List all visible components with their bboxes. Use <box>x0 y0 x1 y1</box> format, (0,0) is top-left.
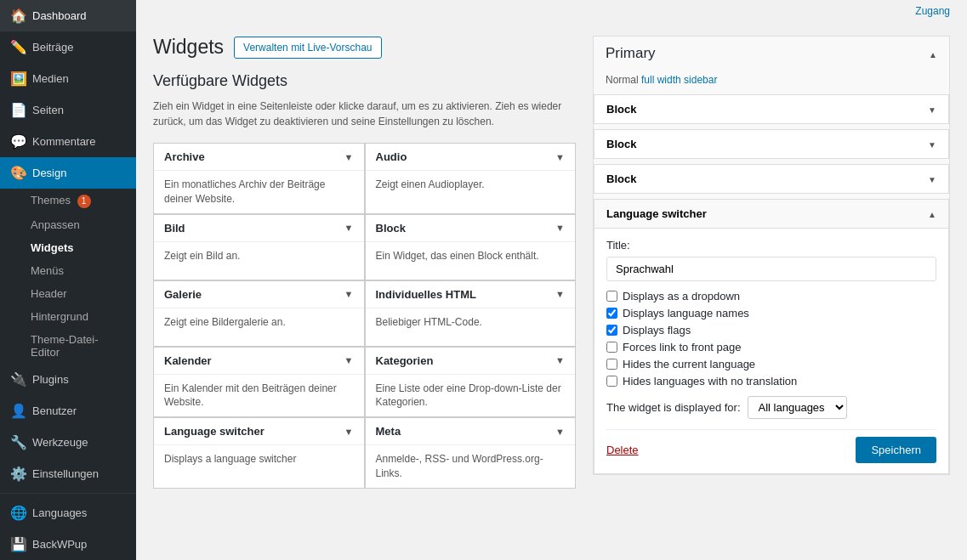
title-input-field[interactable] <box>606 257 936 281</box>
primary-sidebar-box: Primary Normal full width sidebar Block … <box>593 36 950 475</box>
widget-bild-desc: Zeigt ein Bild an. <box>154 242 364 280</box>
widget-galerie-desc: Zeigt eine Bildergalerie an. <box>154 308 364 346</box>
widget-meta-title: Meta <box>376 425 401 438</box>
title-field-label: Title: <box>606 239 936 252</box>
lang-switcher-widget-title: Language switcher <box>606 207 707 220</box>
checkbox-dropdown[interactable] <box>606 291 617 302</box>
checkbox-row-dropdown[interactable]: Displays as a dropdown <box>606 290 936 303</box>
left-panel: Widgets Verwalten mit Live-Vorschau Verf… <box>153 36 576 546</box>
widget-kalender-header[interactable]: Kalender ▼ <box>154 348 364 375</box>
lang-switcher-collapse-icon <box>928 207 936 220</box>
topbar: Zugang <box>136 0 967 22</box>
widget-bild[interactable]: Bild ▼ Zeigt ein Bild an. <box>153 214 365 280</box>
widget-block-desc: Ein Widget, das einen Block enthält. <box>366 242 576 280</box>
einstellungen-icon: ⚙️ <box>10 466 26 482</box>
lang-switcher-widget-box: Language switcher Title: Displays as a d… <box>594 199 949 474</box>
checkbox-row-hide-no-translation[interactable]: Hides languages with no translation <box>606 375 936 387</box>
main-content: Zugang Widgets Verwalten mit Live-Vorsch… <box>136 0 967 560</box>
primary-sidebar-header[interactable]: Primary <box>594 37 949 71</box>
beitraege-icon: ✏️ <box>10 39 26 55</box>
full-width-sidebar-link[interactable]: full width sidebar <box>641 74 717 86</box>
sidebar-subitem-themes[interactable]: Themes 1 <box>0 189 136 213</box>
block-row-1[interactable]: Block <box>594 94 949 124</box>
widget-kategorien-chevron: ▼ <box>555 355 565 365</box>
widget-kategorien-title: Kategorien <box>376 354 434 367</box>
sidebar: 🏠 Dashboard ✏️ Beiträge 🖼️ Medien 📄 Seit… <box>0 0 136 560</box>
checkbox-hide-no-translation[interactable] <box>606 376 617 387</box>
checkbox-hide-current[interactable] <box>606 359 617 370</box>
primary-sidebar-subtitle: Normal full width sidebar <box>594 71 949 94</box>
display-for-select[interactable]: All languages English Deutsch <box>748 396 847 419</box>
seiten-icon: 📄 <box>10 102 26 118</box>
widget-block-title: Block <box>376 222 406 235</box>
widget-kalender-chevron: ▼ <box>344 355 354 365</box>
widget-meta-header[interactable]: Meta ▼ <box>366 418 576 445</box>
delete-link[interactable]: Delete <box>606 444 639 456</box>
widget-galerie-title: Galerie <box>164 288 202 301</box>
sidebar-item-seiten[interactable]: 📄 Seiten <box>0 94 136 126</box>
lang-switcher-widget-body: Title: Displays as a dropdown Displays l… <box>594 229 948 473</box>
sidebar-subitem-menues[interactable]: Menüs <box>0 259 136 282</box>
widget-kategorien[interactable]: Kategorien ▼ Eine Liste oder eine Drop-d… <box>365 347 577 418</box>
manage-live-preview-button[interactable]: Verwalten mit Live-Vorschau <box>234 37 381 59</box>
block-row-2[interactable]: Block <box>594 129 949 159</box>
checkbox-row-lang-names[interactable]: Displays language names <box>606 307 936 320</box>
checkbox-row-front-page[interactable]: Forces link to front page <box>606 341 936 354</box>
widget-kalender[interactable]: Kalender ▼ Ein Kalender mit den Beiträge… <box>153 347 365 418</box>
widget-galerie-chevron: ▼ <box>344 289 354 299</box>
checkbox-lang-names[interactable] <box>606 308 617 319</box>
sidebar-item-medien[interactable]: 🖼️ Medien <box>0 63 136 94</box>
sidebar-item-benutzer[interactable]: 👤 Benutzer <box>0 395 136 427</box>
kommentare-icon: 💬 <box>10 133 26 150</box>
widget-block-header[interactable]: Block ▼ <box>366 215 576 242</box>
checkbox-row-hide-current[interactable]: Hides the current language <box>606 358 936 371</box>
widget-language-switcher-left-chevron: ▼ <box>344 427 354 437</box>
sidebar-item-backwpup[interactable]: 💾 BackWPup <box>0 529 136 560</box>
widget-language-switcher-left-header[interactable]: Language switcher ▼ <box>154 418 364 445</box>
lang-switcher-widget-header[interactable]: Language switcher <box>594 200 948 229</box>
widget-galerie-header[interactable]: Galerie ▼ <box>154 281 364 308</box>
save-button[interactable]: Speichern <box>856 437 936 463</box>
sidebar-item-design[interactable]: 🎨 Design <box>0 157 136 189</box>
widget-block[interactable]: Block ▼ Ein Widget, das einen Block enth… <box>365 214 577 280</box>
widget-archive-desc: Ein monatliches Archiv der Beiträge dein… <box>154 171 364 213</box>
widget-galerie[interactable]: Galerie ▼ Zeigt eine Bildergalerie an. <box>153 280 365 347</box>
widget-archive[interactable]: Archive ▼ Ein monatliches Archiv der Bei… <box>153 143 365 214</box>
block-row-3[interactable]: Block <box>594 164 949 194</box>
checkbox-row-flags[interactable]: Displays flags <box>606 324 936 337</box>
topbar-link[interactable]: Zugang <box>915 5 950 17</box>
widget-footer-actions: Delete Speichern <box>606 429 936 463</box>
themes-badge: 1 <box>77 195 91 208</box>
sidebar-subitem-header[interactable]: Header <box>0 282 136 305</box>
checkbox-front-page[interactable] <box>606 342 617 353</box>
sidebar-item-einstellungen[interactable]: ⚙️ Einstellungen <box>0 458 136 489</box>
page-title-row: Widgets Verwalten mit Live-Vorschau <box>153 36 576 59</box>
widget-individuelles-html[interactable]: Individuelles HTML ▼ Beliebiger HTML-Cod… <box>365 280 577 347</box>
widget-meta[interactable]: Meta ▼ Anmelde-, RSS- und WordPress.org-… <box>365 417 577 489</box>
sidebar-item-plugins[interactable]: 🔌 Plugins <box>0 364 136 395</box>
widget-bild-header[interactable]: Bild ▼ <box>154 215 364 242</box>
sidebar-item-dashboard[interactable]: 🏠 Dashboard <box>0 0 136 31</box>
sidebar-subitem-theme-datei-editor[interactable]: Theme-Datei-Editor <box>0 328 136 364</box>
sidebar-subitem-hintergrund[interactable]: Hintergrund <box>0 305 136 328</box>
sidebar-item-languages[interactable]: 🌐 Languages <box>0 497 136 529</box>
widget-audio-header[interactable]: Audio ▼ <box>366 144 576 171</box>
sidebar-item-beitraege[interactable]: ✏️ Beiträge <box>0 31 136 63</box>
widget-language-switcher-left[interactable]: Language switcher ▼ Displays a language … <box>153 417 365 489</box>
checkbox-flags[interactable] <box>606 325 617 336</box>
primary-sidebar-collapse-icon <box>929 48 937 60</box>
widget-individuelles-html-header[interactable]: Individuelles HTML ▼ <box>366 281 576 308</box>
sidebar-subitem-widgets[interactable]: Widgets <box>0 236 136 259</box>
sidebar-subitem-anpassen[interactable]: Anpassen <box>0 213 136 236</box>
widget-archive-title: Archive <box>164 150 205 163</box>
widget-individuelles-html-chevron: ▼ <box>555 289 565 299</box>
widget-audio[interactable]: Audio ▼ Zeigt einen Audioplayer. <box>365 143 577 214</box>
widget-kategorien-header[interactable]: Kategorien ▼ <box>366 348 576 375</box>
sidebar-item-kommentare[interactable]: 💬 Kommentare <box>0 126 136 157</box>
design-icon: 🎨 <box>10 165 26 181</box>
widget-audio-desc: Zeigt einen Audioplayer. <box>366 171 576 208</box>
medien-icon: 🖼️ <box>10 71 26 87</box>
benutzer-icon: 👤 <box>10 403 26 419</box>
widget-archive-header[interactable]: Archive ▼ <box>154 144 364 171</box>
sidebar-item-werkzeuge[interactable]: 🔧 Werkzeuge <box>0 427 136 458</box>
